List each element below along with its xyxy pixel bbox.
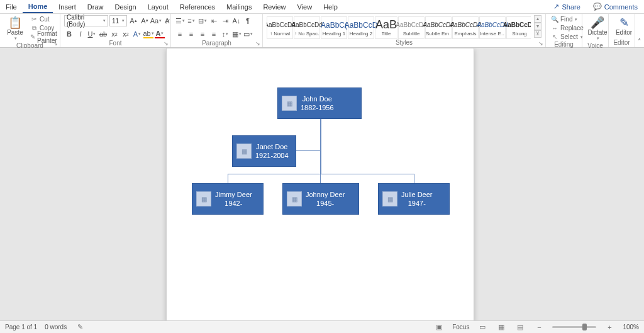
tab-draw[interactable]: Draw <box>82 0 109 13</box>
decrease-font-button[interactable]: A▾ <box>140 16 150 26</box>
document-page[interactable]: ▦ John Doe1882-1956 ▦ Janet Doe1921-2004… <box>166 48 474 320</box>
tab-review[interactable]: Review <box>257 0 291 13</box>
tab-design[interactable]: Design <box>109 0 142 13</box>
cut-icon: ✂ <box>30 16 38 23</box>
tab-view[interactable]: View <box>291 0 318 13</box>
font-name-value: Calibri (Body) <box>67 14 103 28</box>
tab-references[interactable]: References <box>174 0 221 13</box>
paste-button[interactable]: 📋 Paste ▾ <box>4 15 26 42</box>
clipboard-launcher[interactable]: ↘ <box>52 40 58 47</box>
style-title[interactable]: AaBTitle <box>375 16 397 39</box>
styles-launcher[interactable]: ↘ <box>538 40 544 47</box>
zoom-slider[interactable] <box>552 326 596 328</box>
paste-icon: 📋 <box>8 16 22 29</box>
share-label: Share <box>562 3 580 11</box>
align-right-button[interactable]: ≡ <box>197 29 208 39</box>
superscript-button[interactable]: x2 <box>121 29 131 39</box>
share-button[interactable]: ↗ Share <box>547 0 586 13</box>
line-spacing-button[interactable]: ↕▾ <box>220 29 230 39</box>
font-color-button[interactable]: A▾ <box>155 30 165 38</box>
style-name: Subtitle <box>403 31 420 37</box>
editor-button[interactable]: ✎ Editor <box>613 15 635 37</box>
tab-home[interactable]: Home <box>23 0 53 13</box>
style-intense-e-[interactable]: AaBbCcDdIntense E… <box>479 16 506 39</box>
justify-button[interactable]: ≡ <box>209 29 219 39</box>
show-marks-button[interactable]: ¶ <box>243 16 253 26</box>
org-node-child[interactable]: ▦ Janet Doe1921-2004 <box>232 135 296 167</box>
styles-scroll-down[interactable]: ▾ <box>534 23 541 30</box>
highlight-button[interactable]: ab▾ <box>143 30 153 38</box>
read-mode-button[interactable]: ▭ <box>477 323 488 332</box>
zoom-knob[interactable] <box>582 324 587 330</box>
style-emphasis[interactable]: AaBbCcDdEmphasis <box>452 16 479 39</box>
connector <box>228 174 414 174</box>
align-left-button[interactable]: ≡ <box>175 29 185 39</box>
increase-indent-button[interactable]: ⇥ <box>220 16 230 26</box>
underline-button[interactable]: U▾ <box>87 29 97 39</box>
style-name: Title <box>382 31 391 37</box>
tab-insert[interactable]: Insert <box>53 0 82 13</box>
org-chart[interactable]: ▦ John Doe1882-1956 ▦ Janet Doe1921-2004… <box>167 86 474 275</box>
align-center-button[interactable]: ≡ <box>186 29 196 39</box>
dictate-button[interactable]: 🎤 Dictate ▾ <box>586 15 609 42</box>
style-heading-2[interactable]: AaBbCcDHeading 2 <box>348 16 374 39</box>
picture-placeholder-icon: ▦ <box>382 191 397 206</box>
font-name-select[interactable]: Calibri (Body)▾ <box>64 15 108 26</box>
zoom-in-button[interactable]: + <box>604 323 615 332</box>
search-icon: 🔍 <box>551 16 558 23</box>
focus-mode-button[interactable]: ▣ <box>433 323 445 332</box>
focus-label[interactable]: Focus <box>452 324 469 330</box>
group-clipboard: 📋 Paste ▾ ✂Cut ⧉Copy ✎Format Painter Cli… <box>0 14 60 47</box>
tab-mailings[interactable]: Mailings <box>221 0 257 13</box>
replace-button[interactable]: ↔Replace <box>550 24 585 32</box>
zoom-value[interactable]: 100% <box>623 324 639 330</box>
font-launcher[interactable]: ↘ <box>163 40 169 47</box>
style-heading-1[interactable]: AaBbC(Heading 1 <box>321 16 347 39</box>
cut-button[interactable]: ✂Cut <box>29 15 61 23</box>
collapse-ribbon-button[interactable]: ˄ <box>635 37 644 47</box>
style-strong[interactable]: AaBbCcDdStrong <box>506 16 531 39</box>
styles-more[interactable]: ⊻ <box>534 30 541 38</box>
increase-font-button[interactable]: A▴ <box>128 16 138 26</box>
style---normal[interactable]: AaBbCcDd↑ Normal <box>267 16 293 39</box>
styles-scroll-up[interactable]: ▴ <box>534 15 541 23</box>
strikethrough-button[interactable]: ab <box>98 29 108 39</box>
subscript-button[interactable]: x2 <box>109 29 119 39</box>
paragraph-launcher[interactable]: ↘ <box>255 40 261 47</box>
bullets-button[interactable]: ☰▾ <box>175 16 185 26</box>
org-node-g3[interactable]: ▦ Julie Deer1947- <box>378 183 450 215</box>
org-node-g1[interactable]: ▦ Jimmy Deer1942- <box>192 183 264 215</box>
multilevel-button[interactable]: ⊟▾ <box>197 16 208 26</box>
shading-button[interactable]: ▦▾ <box>231 29 242 39</box>
sort-button[interactable]: A↓ <box>231 16 242 26</box>
spellcheck-icon[interactable]: ✎ <box>74 323 86 332</box>
change-case-button[interactable]: Aa▾ <box>151 16 161 26</box>
node-dates: 1947- <box>408 199 426 208</box>
find-button[interactable]: 🔍Find▾ <box>550 15 585 23</box>
text-effects-button[interactable]: A▾ <box>132 29 142 39</box>
org-node-root[interactable]: ▦ John Doe1882-1956 <box>277 87 362 119</box>
comments-button[interactable]: 💬 Comments <box>587 0 644 13</box>
tab-help[interactable]: Help <box>318 0 343 13</box>
org-node-g2[interactable]: ▦ Johnny Deer1945- <box>282 183 359 215</box>
select-button[interactable]: ↖Select▾ <box>550 33 585 41</box>
node-dates: 1945- <box>316 199 334 208</box>
print-layout-button[interactable]: ▦ <box>496 323 507 332</box>
decrease-indent-button[interactable]: ⇤ <box>209 16 219 26</box>
style-preview: AaBbCcDd <box>503 20 531 31</box>
zoom-out-button[interactable]: − <box>533 323 545 332</box>
style-subtitle[interactable]: AaBbCcDdSubtitle <box>398 16 425 39</box>
tab-layout[interactable]: Layout <box>142 0 174 13</box>
tab-file[interactable]: File <box>0 0 23 13</box>
italic-button[interactable]: I <box>75 29 86 39</box>
style---no-spac-[interactable]: AaBbCcDd↑ No Spac… <box>294 16 320 39</box>
status-page[interactable]: Page 1 of 1 <box>5 324 37 330</box>
style-subtle-em-[interactable]: AaBbCcDdSubtle Em… <box>425 16 452 39</box>
font-size-select[interactable]: 11▾ <box>109 15 127 26</box>
bold-button[interactable]: B <box>64 29 74 39</box>
numbering-button[interactable]: ≡▾ <box>186 16 196 26</box>
paste-label: Paste <box>7 29 23 36</box>
status-words[interactable]: 0 words <box>45 324 67 330</box>
web-layout-button[interactable]: ▤ <box>514 323 526 332</box>
borders-button[interactable]: ▭▾ <box>243 29 253 39</box>
